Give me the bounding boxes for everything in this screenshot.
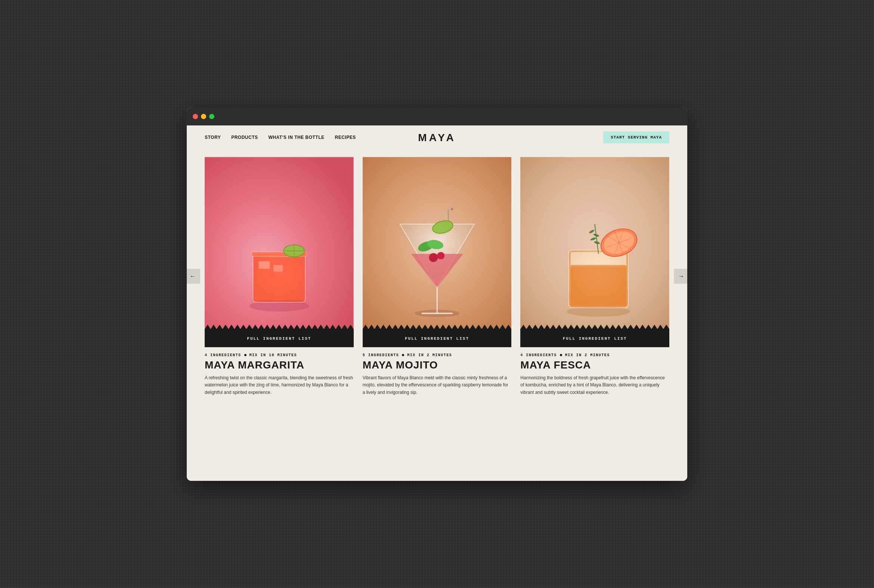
maximize-button[interactable] (209, 114, 215, 119)
nav-link-story[interactable]: STORY (205, 135, 221, 140)
site-logo: MAYA (418, 130, 456, 144)
browser-window: STORY PRODUCTS WHAT'S IN THE BOTTLE RECI… (187, 108, 687, 481)
meta-dot-3 (560, 354, 562, 356)
card-fesca: FULL INGREDIENT LIST 4 INGREDIENTS MIX I… (520, 157, 669, 396)
nav-link-recipes[interactable]: RECIPES (335, 135, 356, 140)
svg-rect-8 (273, 265, 283, 272)
close-button[interactable] (193, 114, 198, 119)
card-info-fesca: 4 INGREDIENTS MIX IN 2 MINUTES MAYA FESC… (520, 347, 669, 396)
card-footer-fesca[interactable]: FULL INGREDIENT LIST (520, 328, 669, 347)
nav-link-whats-in-bottle[interactable]: WHAT'S IN THE BOTTLE (269, 135, 324, 140)
card-footer-margarita[interactable]: FULL INGREDIENT LIST (205, 328, 354, 347)
card-footer-mojito[interactable]: FULL INGREDIENT LIST (363, 328, 512, 347)
svg-rect-7 (259, 261, 270, 268)
card-info-mojito: 5 INGREDIENTS MIX IN 2 MINUTES MAYA MOJI… (363, 347, 512, 396)
meta-dot-1 (244, 354, 246, 356)
svg-point-19 (429, 253, 438, 262)
cocktail-illustration-2 (363, 157, 512, 328)
browser-chrome (187, 108, 687, 126)
cards-grid: FULL INGREDIENT LIST 4 INGREDIENTS MIX I… (205, 157, 669, 396)
card-title-3: MAYA FESCA (520, 360, 669, 371)
card-meta-3: 4 INGREDIENTS MIX IN 2 MINUTES (520, 353, 669, 357)
card-image-margarita (205, 157, 354, 328)
next-arrow[interactable]: → (674, 269, 687, 284)
slider-container: ← (205, 157, 669, 396)
card-info-margarita: 4 INGREDIENTS MIX IN 10 MINUTES MAYA MAR… (205, 347, 354, 396)
cocktail-illustration-3 (520, 157, 669, 328)
main-content: ← (187, 149, 687, 407)
card-description-1: A refreshing twist on the classic margar… (205, 375, 354, 396)
meta-dot-2 (402, 354, 404, 356)
mix-time-3: MIX IN 2 MINUTES (565, 353, 610, 357)
ingredients-count-1: 4 INGREDIENTS (205, 353, 241, 357)
ingredient-list-label-2: FULL INGREDIENT LIST (405, 336, 469, 341)
minimize-button[interactable] (201, 114, 206, 119)
mix-time-1: MIX IN 10 MINUTES (249, 353, 297, 357)
mix-time-2: MIX IN 2 MINUTES (407, 353, 452, 357)
card-description-3: Harmonizing the boldness of fresh grapef… (520, 375, 669, 396)
ingredient-list-label-3: FULL INGREDIENT LIST (563, 336, 627, 341)
card-title-2: MAYA MOJITO (363, 360, 512, 371)
prev-arrow[interactable]: ← (187, 269, 200, 284)
cta-button[interactable]: START SERVING MAYA (603, 131, 669, 143)
ingredient-list-label-1: FULL INGREDIENT LIST (247, 336, 311, 341)
card-title-1: MAYA MARGARITA (205, 360, 354, 371)
card-image-fesca (520, 157, 669, 328)
cocktail-illustration-1 (205, 157, 354, 328)
browser-body: STORY PRODUCTS WHAT'S IN THE BOTTLE RECI… (187, 126, 687, 481)
card-description-2: Vibrant flavors of Maya Blanco meld with… (363, 375, 512, 396)
ingredients-count-3: 4 INGREDIENTS (520, 353, 557, 357)
svg-point-22 (451, 208, 453, 210)
nav-links: STORY PRODUCTS WHAT'S IN THE BOTTLE RECI… (205, 135, 356, 140)
card-margarita: FULL INGREDIENT LIST 4 INGREDIENTS MIX I… (205, 157, 354, 396)
card-meta-1: 4 INGREDIENTS MIX IN 10 MINUTES (205, 353, 354, 357)
card-meta-2: 5 INGREDIENTS MIX IN 2 MINUTES (363, 353, 512, 357)
navbar: STORY PRODUCTS WHAT'S IN THE BOTTLE RECI… (187, 126, 687, 149)
svg-point-20 (437, 252, 445, 259)
ingredients-count-2: 5 INGREDIENTS (363, 353, 399, 357)
svg-rect-31 (571, 265, 627, 306)
nav-link-products[interactable]: PRODUCTS (231, 135, 258, 140)
card-image-mojito (363, 157, 512, 328)
card-mojito: FULL INGREDIENT LIST 5 INGREDIENTS MIX I… (363, 157, 512, 396)
